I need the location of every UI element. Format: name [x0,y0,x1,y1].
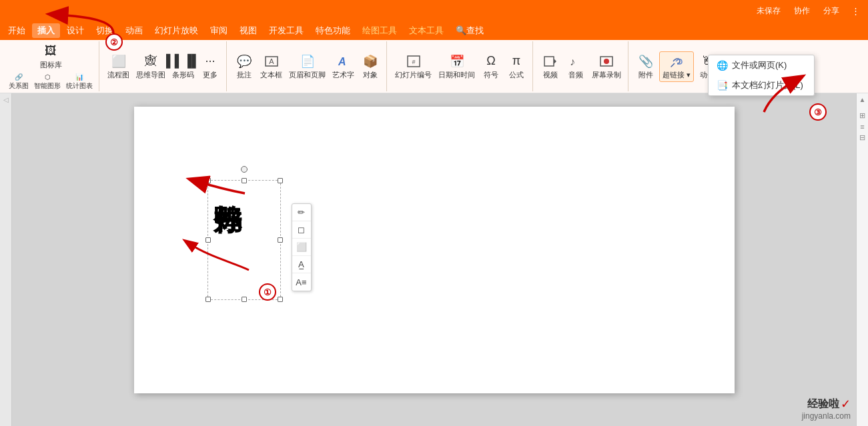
menu-special[interactable]: 特色功能 [310,23,356,38]
step2-circle: ② [105,33,123,51]
ribbon-btn-datetime[interactable]: 📅 日期和时间 [436,52,478,81]
handle-ml[interactable] [205,237,211,243]
svg-text:A: A [269,57,274,65]
ribbon-btn-video[interactable]: 视频 [538,52,562,81]
collaborate-btn[interactable]: 协作 [790,4,814,18]
menu-drawtool[interactable]: 绘图工具 [357,23,402,38]
formula-label: 公式 [509,70,524,80]
ribbon-btn-barcode[interactable]: ▌▌▐▌ 条形码 [169,52,197,81]
slidenumber-icon: # [406,53,422,69]
float-btn-text1[interactable]: A̲ [292,256,311,273]
handle-bc[interactable] [242,297,247,302]
share-btn[interactable]: 分享 [819,4,843,18]
hyperlink-dropdown: 🌐 文件或网页(K) 📑 本文档幻灯片页(L) [708,55,815,96]
right-panel-icon3[interactable]: ⊟ [859,133,865,142]
menu-review[interactable]: 审阅 [205,23,233,38]
ribbon-btn-formula[interactable]: π 公式 [504,52,528,81]
handle-br[interactable] [278,297,283,302]
unsaved-btn[interactable]: 未保存 [753,4,785,18]
svg-marker-6 [554,59,556,64]
dropdown-webpage-label: 文件或网页(K) [732,59,787,71]
menu-view[interactable]: 视图 [234,23,262,38]
ribbon-btn-comment[interactable]: 💬 批注 [232,52,256,81]
menu-devtools[interactable]: 开发工具 [264,23,309,38]
ribbon-btn-textbox[interactable]: A 文本框 [258,52,285,81]
symbol-icon: Ω [483,53,499,69]
wordart-label: 艺术字 [332,70,354,80]
menu-slideshow[interactable]: 幻灯片放映 [149,23,203,38]
ribbon-btn-attachment[interactable]: 📎 附件 [634,52,658,81]
menu-start[interactable]: 开始 [3,23,31,38]
svg-rect-5 [544,57,554,66]
ribbon-btn-relation[interactable]: 🔗 关系图 [7,73,31,91]
more-btn[interactable]: ⋮ [849,5,863,17]
title-bar: 未保存 协作 分享 ⋮ [0,0,868,21]
menu-animation[interactable]: 动画 [120,23,148,38]
float-toolbar: ✏ ◻ ⬜ A̲ A≡ [292,203,312,291]
video-label: 视频 [543,70,558,80]
symbol-label: 符号 [484,70,498,80]
watermark-check: ✓ [841,397,851,411]
screenrecord-label: 屏幕录制 [592,70,621,80]
ribbon-btn-slidenumber[interactable]: # 幻灯片编号 [392,52,434,81]
main-area: ◁ 你好鸭 ✏ ◻ ⬜ A̲ A≡ [0,93,868,426]
float-btn-copy[interactable]: ⬜ [292,239,311,256]
slide: 你好鸭 ✏ ◻ ⬜ A̲ A≡ [134,107,735,393]
dropdown-slidepage-label: 本文档幻灯片页(L) [732,79,803,91]
menu-design[interactable]: 设计 [61,23,89,38]
smartshape-label: 智能图形 [34,81,61,91]
handle-tr[interactable] [278,178,283,183]
menu-find[interactable]: 🔍查找 [450,23,489,38]
relation-label: 关系图 [9,81,29,91]
ribbon-btn-more[interactable]: ··· 更多 [198,52,222,81]
handle-bl[interactable] [205,297,211,302]
ribbon-btn-iconlib[interactable]: 🖼 图标库 [37,42,65,71]
ribbon-btn-wordart[interactable]: A 艺术字 [330,52,357,81]
formula-icon: π [508,53,524,69]
barcode-label: 条形码 [172,70,194,80]
iconlib-icon: 🖼 [43,43,59,59]
headerfooter-label: 页眉和页脚 [289,70,326,80]
ribbon-btn-headerfooter[interactable]: 📄 页眉和页脚 [286,52,328,81]
ribbon-btn-hyperlink[interactable]: 超链接 ▾ [659,51,694,82]
right-panel-arrow-up[interactable]: ▲ [859,96,866,103]
ribbon-btn-symbol[interactable]: Ω 符号 [479,52,503,81]
headerfooter-icon: 📄 [300,53,316,69]
ribbon-btn-mindmap[interactable]: 🕸 思维导图 [133,52,168,81]
left-panel: ◁ [0,93,12,426]
float-btn-shape[interactable]: ◻ [292,221,311,239]
float-btn-text2[interactable]: A≡ [292,273,311,291]
ribbon-btn-audio[interactable]: ♪ 音频 [564,52,588,81]
attachment-icon: 📎 [638,53,654,69]
iconlib-label: 图标库 [40,60,62,70]
ribbon-btn-object[interactable]: 📦 对象 [358,52,382,81]
menu-insert[interactable]: 插入 [32,23,60,38]
ribbon-btn-chart[interactable]: 📊 统计图表 [64,73,95,91]
flowchart-label: 流程图 [107,70,129,80]
left-panel-arrow[interactable]: ◁ [3,96,9,103]
right-panel-icon2[interactable]: ≡ [860,123,864,131]
ribbon-group-diagrams: ⬜ 流程图 🕸 思维导图 ▌▌▐▌ 条形码 ··· 更多 [101,41,227,91]
object-label: 对象 [363,70,378,80]
smartshape-icon: ⬡ [45,73,51,81]
handle-tc[interactable] [242,178,247,183]
chart-icon: 📊 [75,73,83,81]
ribbon-btn-smartshape[interactable]: ⬡ 智能图形 [32,73,63,91]
screenrecord-icon [598,53,614,69]
handle-tl[interactable] [205,178,211,183]
dropdown-item-webpage[interactable]: 🌐 文件或网页(K) [709,55,814,75]
menu-texttool[interactable]: 文本工具 [404,23,449,38]
svg-text:A: A [338,56,346,67]
ribbon-btn-screenrecord[interactable]: 屏幕录制 [589,52,624,81]
text-box[interactable]: 你好鸭 [207,180,281,300]
float-btn-edit[interactable]: ✏ [292,204,311,221]
step3-circle: ③ [809,103,827,121]
ribbon-btn-flowchart[interactable]: ⬜ 流程图 [105,52,132,81]
handle-mr[interactable] [278,237,283,243]
step1-circle: ① [259,283,276,301]
wordart-icon: A [336,53,352,69]
right-panel-icon1[interactable]: ⊞ [859,111,865,120]
textbox-label: 文本框 [260,70,282,80]
handle-rotate[interactable] [241,166,248,173]
dropdown-item-slidepage[interactable]: 📑 本文档幻灯片页(L) [709,75,814,95]
